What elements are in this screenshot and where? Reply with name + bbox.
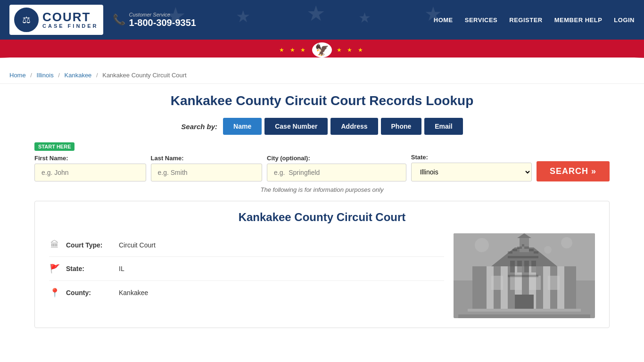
svg-point-21 (561, 237, 572, 248)
nav-login[interactable]: LOGIN (614, 16, 635, 24)
main-content: Kankakee County Circuit Court Records Lo… (16, 84, 628, 337)
logo-emblem: ⚖ (14, 8, 39, 32)
breadcrumb-current: Kankakee County Circuit Court (102, 72, 186, 79)
last-name-label: Last Name: (151, 155, 263, 162)
form-container: START HERE First Name: Last Name: City (… (34, 142, 610, 181)
court-type-row: 🏛 Court Type: Circuit Court (49, 233, 444, 257)
state-select[interactable]: Illinois Alabama Alaska Arizona Arkansas… (411, 163, 532, 181)
logo-text: COURT CASE FINDER (42, 11, 99, 29)
eagle-banner-inner: ★ ★ ★ 🦅 ★ ★ ★ (0, 42, 644, 58)
search-button[interactable]: SEARCH » (537, 161, 610, 181)
nav-services[interactable]: SERVICES (465, 16, 498, 24)
stars-right: ★ ★ ★ (337, 47, 365, 53)
breadcrumb-sep-3: / (96, 72, 99, 79)
courthouse-image (454, 233, 595, 318)
page-title: Kankakee County Circuit Court Records Lo… (34, 93, 610, 108)
city-label: City (optional): (267, 155, 406, 162)
main-nav: HOME SERVICES REGISTER MEMBER HELP LOGIN (434, 16, 635, 24)
nav-register[interactable]: REGISTER (509, 16, 542, 24)
breadcrumb-kankakee[interactable]: Kankakee (65, 72, 92, 79)
state-label: State: (411, 154, 532, 161)
state-row: 🚩 State: IL (49, 257, 444, 281)
tab-phone[interactable]: Phone (381, 118, 422, 135)
county-icon: 📍 (49, 288, 60, 298)
svg-point-22 (544, 246, 552, 254)
tab-name[interactable]: Name (223, 118, 262, 135)
last-name-field: Last Name: (151, 155, 263, 181)
breadcrumb-sep-2: / (58, 72, 61, 79)
tab-email[interactable]: Email (424, 118, 462, 135)
breadcrumb-home[interactable]: Home (9, 72, 26, 79)
court-card-body: 🏛 Court Type: Circuit Court 🚩 State: IL … (49, 233, 595, 318)
state-icon: 🚩 (49, 263, 60, 274)
svg-rect-18 (520, 238, 529, 252)
search-form: First Name: Last Name: City (optional): … (34, 154, 610, 181)
svg-rect-13 (548, 276, 560, 290)
breadcrumb-sep-1: / (30, 72, 33, 79)
county-label: County: (66, 289, 113, 296)
info-note: The following is for information purpose… (34, 186, 610, 193)
court-type-value: Circuit Court (119, 241, 156, 249)
svg-rect-11 (510, 276, 522, 290)
first-name-label: First Name: (34, 155, 146, 162)
logo[interactable]: ⚖ COURT CASE FINDER (9, 5, 103, 35)
state-label-row: State: (66, 265, 113, 272)
state-field: State: Illinois Alabama Alaska Arizona A… (411, 154, 532, 181)
stars-left: ★ ★ ★ (279, 47, 307, 53)
svg-point-20 (475, 238, 489, 252)
eagle-banner: ★ ★ ★ 🦅 ★ ★ ★ (0, 40, 644, 67)
city-field: City (optional): (267, 155, 406, 181)
svg-rect-10 (491, 276, 503, 290)
tab-case-number[interactable]: Case Number (264, 118, 328, 135)
arc-div (0, 58, 644, 67)
court-card-title: Kankakee County Circuit Court (49, 211, 595, 224)
last-name-input[interactable] (151, 164, 263, 181)
site-header: ★ ★ ★ ★ ★ ⚖ COURT CASE FINDER 📞 Customer… (0, 0, 644, 40)
county-row: 📍 County: Kankakee (49, 281, 444, 304)
breadcrumb: Home / Illinois / Kankakee / Kankakee Co… (0, 67, 644, 84)
search-by-row: Search by: Name Case Number Address Phon… (34, 118, 610, 135)
state-value: IL (119, 265, 124, 272)
arc-shape (0, 58, 644, 67)
eagle-icon: 🦅 (312, 42, 332, 58)
phone-number: 1-800-309-9351 (129, 17, 196, 28)
city-input[interactable] (267, 164, 406, 181)
county-value: Kankakee (119, 289, 148, 296)
header-left: ⚖ COURT CASE FINDER 📞 Customer Service 1… (9, 5, 196, 35)
breadcrumb-illinois[interactable]: Illinois (37, 72, 54, 79)
phone-icon: 📞 (113, 14, 125, 26)
logo-casefinder-text: CASE FINDER (42, 23, 99, 29)
tab-address[interactable]: Address (330, 118, 378, 135)
svg-rect-12 (529, 276, 541, 290)
customer-service-label: Customer Service (129, 12, 196, 17)
logo-court-text: COURT (42, 11, 99, 23)
court-type-icon: 🏛 (49, 240, 60, 250)
court-card: Kankakee County Circuit Court 🏛 Court Ty… (34, 201, 610, 328)
svg-rect-17 (458, 314, 590, 318)
nav-home[interactable]: HOME (434, 16, 453, 24)
phone-text: Customer Service 1-800-309-9351 (129, 12, 196, 28)
nav-member-help[interactable]: MEMBER HELP (554, 16, 603, 24)
court-type-label: Court Type: (66, 241, 113, 249)
search-by-label: Search by: (181, 123, 217, 131)
phone-block: 📞 Customer Service 1-800-309-9351 (113, 12, 196, 28)
start-here-badge: START HERE (34, 142, 74, 151)
court-info-table: 🏛 Court Type: Circuit Court 🚩 State: IL … (49, 233, 444, 318)
first-name-field: First Name: (34, 155, 146, 181)
first-name-input[interactable] (34, 164, 146, 181)
